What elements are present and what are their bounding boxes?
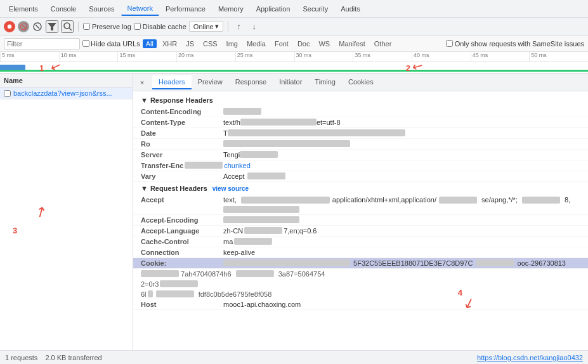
requests-count: 1 requests [5, 354, 37, 361]
header-cookie: Cookie: 5F32C55EEEB188071DE3E7C8D97C ooc… [133, 258, 588, 269]
header-content-encoding: Content-Encoding [133, 107, 588, 117]
filter-ws-btn[interactable]: WS [315, 39, 333, 48]
collapse-icon-req: ▼ [141, 185, 148, 192]
filter-doc-btn[interactable]: Doc [294, 39, 313, 48]
timeline-mark-5: 30 ms [294, 52, 353, 62]
preserve-log-checkbox[interactable] [83, 23, 90, 30]
timeline-bar-green [0, 70, 588, 72]
blurred-value [223, 108, 261, 115]
header-host: Host mooc1-api.chaoxing.com [133, 299, 588, 310]
toolbar: ⏺ 🚫 Preserve log Disable cache Online ▾ … [0, 18, 588, 36]
header-accept-language: Accept-Language zh-CN 7,en;q=0.6 [133, 226, 588, 237]
cookie-cont-1: 7ah47040874h6 3a87=5064754 [133, 269, 588, 279]
timeline: 5 ms 10 ms 15 ms 20 ms 25 ms 30 ms 35 ms… [0, 52, 588, 74]
main-area: Name backclazzdata?view=json&rss... 3 ↗ … [0, 74, 588, 350]
clear-icon [33, 22, 42, 31]
header-name-accept: Accept [141, 196, 223, 204]
tab-response[interactable]: Response [229, 75, 273, 89]
header-vary: Vary Accept [133, 171, 588, 182]
filter-other-btn[interactable]: Other [371, 39, 395, 48]
left-panel-header: Name [0, 74, 133, 88]
nav-performance[interactable]: Performance [159, 3, 212, 15]
nav-network[interactable]: Network [121, 2, 159, 16]
nav-security[interactable]: Security [296, 3, 334, 15]
samesite-check[interactable]: Only show requests with SameSite issues [446, 40, 584, 48]
filter-bar: Hide data URLs All XHR JS CSS Img Media … [0, 36, 588, 52]
preserve-log-check[interactable]: Preserve log [83, 23, 131, 30]
disable-cache-checkbox[interactable] [134, 23, 141, 30]
nav-elements[interactable]: Elements [3, 3, 44, 15]
tab-preview[interactable]: Preview [192, 75, 229, 89]
disable-cache-label: Disable cache [143, 23, 186, 30]
clear-button[interactable] [32, 21, 43, 32]
header-name-server: Server [141, 151, 223, 159]
filter-img-btn[interactable]: Img [223, 39, 241, 48]
timeline-mark-8: 45 ms [471, 52, 530, 62]
header-value-content-type: text/h et=utf-8 [223, 119, 580, 126]
nav-application[interactable]: Application [250, 3, 297, 15]
disable-cache-check[interactable]: Disable cache [134, 23, 186, 30]
dropdown-arrow: ▾ [215, 22, 219, 30]
blurred-value [228, 129, 405, 136]
tab-cookies[interactable]: Cookies [342, 75, 380, 89]
filter-manifest-btn[interactable]: Manifest [336, 39, 369, 48]
top-nav: Elements Console Sources Network Perform… [0, 0, 588, 18]
tabs-bar: × Headers Preview Response Initiator Tim… [133, 74, 588, 91]
tab-close-btn[interactable]: × [137, 77, 147, 88]
svg-marker-2 [48, 23, 56, 30]
header-name-content-type: Content-Type [141, 119, 223, 126]
status-link[interactable]: https://blog.csdn.net/kangjiao0432 [477, 354, 583, 361]
response-headers-title: ▼ Response Headers [133, 94, 588, 107]
hide-data-urls-label: Hide data URLs [91, 40, 140, 48]
header-content-type: Content-Type text/h et=utf-8 [133, 117, 588, 128]
samesite-checkbox[interactable] [446, 40, 453, 47]
timeline-mark-3: 20 ms [176, 52, 235, 62]
preserve-log-label: Preserve log [92, 23, 131, 30]
samesite-label: Only show requests with SameSite issues [455, 40, 584, 48]
stop-button[interactable]: 🚫 [18, 21, 29, 32]
header-accept: Accept text, application/xhtml+xml,appli… [133, 195, 588, 215]
header-name-cookie: Cookie: [141, 259, 223, 267]
header-connection: Connection keep-alive [133, 247, 588, 258]
record-button[interactable]: ⏺ [4, 21, 15, 32]
request-item-checkbox[interactable] [4, 90, 11, 97]
filter-xhr-btn[interactable]: XHR [159, 39, 180, 48]
header-name-accept-language: Accept-Language [141, 227, 223, 235]
upload-icon[interactable]: ↑ [233, 20, 245, 33]
filter-font-btn[interactable]: Font [271, 39, 292, 48]
nav-audits[interactable]: Audits [334, 3, 367, 15]
view-source-label[interactable]: view source [212, 185, 249, 192]
filter-input[interactable] [4, 38, 80, 49]
blurred-value [223, 140, 350, 147]
request-item[interactable]: backclazzdata?view=json&rss... [0, 88, 133, 100]
cookie-cont-2: 2=0r3 [133, 279, 588, 289]
search-button[interactable] [61, 20, 74, 33]
header-name-connection: Connection [141, 249, 223, 256]
tab-initiator[interactable]: Initiator [273, 75, 308, 89]
filter-media-btn[interactable]: Media [244, 39, 269, 48]
header-cache-control: Cache-Control ma [133, 237, 588, 247]
download-icon[interactable]: ↓ [248, 20, 261, 33]
filter-button[interactable] [46, 20, 58, 33]
timeline-container: 5 ms 10 ms 15 ms 20 ms 25 ms 30 ms 35 ms… [0, 52, 588, 74]
hide-data-urls-checkbox[interactable] [82, 40, 89, 47]
hide-data-urls-check[interactable]: Hide data URLs [82, 40, 140, 48]
timeline-mark-2: 15 ms [117, 52, 176, 62]
tab-headers[interactable]: Headers [152, 75, 192, 89]
nav-console[interactable]: Console [44, 3, 82, 15]
header-name-transfer-enc: Transfer-Enc [141, 162, 224, 169]
timeline-mark-4: 25 ms [235, 52, 294, 62]
filter-all-btn[interactable]: All [143, 39, 157, 48]
filter-js-btn[interactable]: JS [183, 39, 197, 48]
online-dropdown[interactable]: Online ▾ [189, 21, 223, 32]
cookie-cont-3: 6l fdf8c0b5de6795fe8f058 [133, 289, 588, 299]
filter-css-btn[interactable]: CSS [200, 39, 221, 48]
nav-memory[interactable]: Memory [212, 3, 250, 15]
timeline-mark-9: 50 ms [529, 52, 588, 62]
filter-icon [48, 23, 56, 30]
blurred-value [240, 151, 278, 158]
nav-sources[interactable]: Sources [82, 3, 121, 15]
request-headers-title: ▼ Request Headers view source [133, 182, 588, 195]
tab-timing[interactable]: Timing [308, 75, 342, 89]
request-item-name: backclazzdata?view=json&rss... [13, 89, 112, 97]
